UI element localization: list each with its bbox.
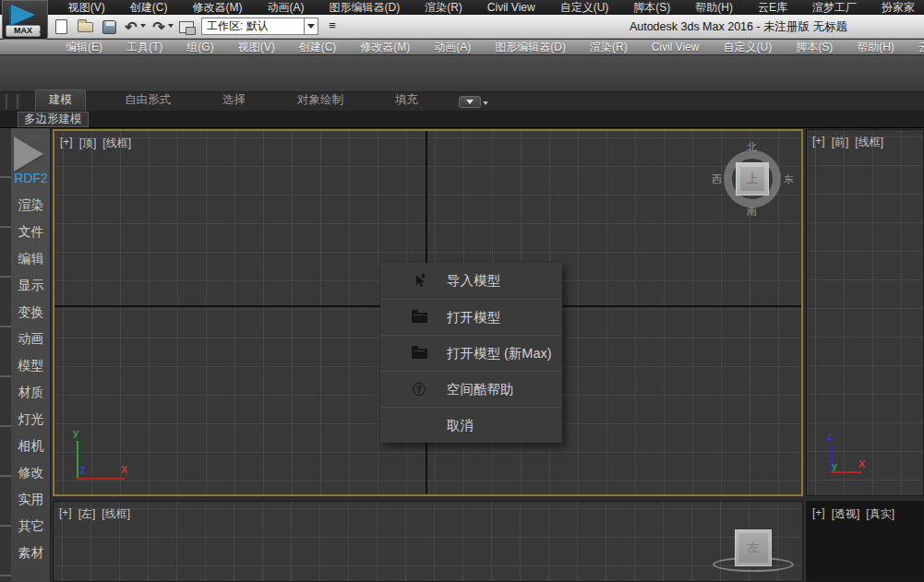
3dsmax-logo-icon (11, 5, 35, 25)
viewcube-face-up[interactable]: 上 (736, 162, 769, 196)
viewport-menu-shading[interactable]: [线框] (855, 135, 883, 150)
ribbon-minimize-caret[interactable] (483, 101, 488, 105)
menu-modifiers[interactable]: 修改器(M) (180, 0, 255, 15)
redo-button[interactable]: ↷ (150, 18, 168, 35)
menu-yun-e-ku[interactable]: 云E库 (745, 0, 799, 15)
panel-polygon-modeling[interactable]: 多边形建模 (18, 112, 89, 127)
menu-group-2[interactable]: 组(G) (174, 40, 225, 55)
sidebar-item-assets[interactable]: 素材 (11, 540, 51, 566)
viewport-persp-label: [+] [透视] [真实] (812, 506, 894, 522)
new-file-button[interactable] (52, 18, 70, 35)
open-file-button[interactable] (76, 18, 94, 35)
viewport-perspective[interactable]: [+] [透视] [真实] (806, 501, 924, 582)
menu-graph-editors-2[interactable]: 图形编辑器(D) (483, 40, 578, 55)
menu-help[interactable]: 帮助(H) (683, 0, 746, 15)
menu-views[interactable]: 视图(V) (55, 0, 117, 15)
workspace-dropdown-chevron[interactable] (305, 18, 318, 35)
menu-graph-editors[interactable]: 图形编辑器(D) (317, 0, 413, 15)
viewport-menu-shading[interactable]: [线框] (102, 506, 130, 522)
viewport-menu-view[interactable]: [左] (78, 506, 96, 522)
menu-tools[interactable]: 工具(T) (114, 40, 174, 55)
application-menu-button[interactable]: MAX (2, 0, 48, 40)
compass-east[interactable]: 东 (784, 172, 794, 186)
viewport-front[interactable]: [+] [前] [线框] z y X (806, 129, 924, 496)
menu-yun-e-ku-2[interactable]: 云E库 (906, 40, 924, 55)
context-item-cancel[interactable]: 取消 (380, 407, 562, 443)
sidebar-item-rdf2[interactable]: RDF2 (11, 165, 51, 192)
project-folder-button[interactable] (177, 18, 196, 35)
workspace-selector[interactable]: 工作区: 默认 (201, 18, 305, 35)
viewport-menu-view[interactable]: [顶] (79, 136, 97, 151)
ribbon-minimize-button[interactable] (459, 96, 481, 108)
new-file-icon (55, 19, 67, 34)
sidebar-item-render[interactable]: 渲染 (11, 192, 51, 219)
menu-rendering-2[interactable]: 渲染(R) (578, 40, 640, 55)
sidebar-item-transform[interactable]: 变换 (11, 299, 51, 326)
menu-edit[interactable]: 编辑(E) (54, 40, 114, 55)
compass-west[interactable]: 西 (712, 172, 722, 186)
viewport-left[interactable]: [+] [左] [线框] 左 (53, 501, 803, 582)
sidebar-item-light[interactable]: 灯光 (11, 406, 51, 433)
redo-dropdown-caret[interactable] (168, 24, 174, 28)
sidebar-item-other[interactable]: 其它 (11, 513, 51, 540)
help-icon: ? (411, 381, 427, 398)
tab-modeling[interactable]: 建模 (35, 89, 86, 111)
tab-object-paint[interactable]: 对象绘制 (284, 90, 356, 111)
menu-create[interactable]: 创建(C) (117, 0, 180, 15)
menu-banjiajia[interactable]: 扮家家 (870, 0, 924, 15)
menu-civil-view[interactable]: Civil View (474, 1, 547, 14)
menu-animation-2[interactable]: 动画(A) (422, 40, 483, 55)
save-file-button[interactable] (100, 18, 118, 35)
menu-civil-view-2[interactable]: Civil View (640, 41, 712, 53)
main-toolbar: ↶ ↷ ≋ 全部 (0, 55, 924, 92)
workspace-menu-button[interactable]: ≡ (325, 19, 340, 34)
tab-selection[interactable]: 选择 (210, 90, 258, 111)
context-item-help[interactable]: ? 空间酷帮助 (380, 371, 562, 407)
ribbon-grip[interactable] (6, 94, 18, 109)
context-item-open-model[interactable]: 打开模型 (380, 299, 562, 335)
sidebar-item-utility[interactable]: 实用 (11, 486, 51, 513)
undo-button[interactable]: ↶ (122, 18, 140, 35)
menu-scripting[interactable]: 脚本(S) (621, 0, 683, 15)
viewport-menu-plus[interactable]: [+] (60, 136, 73, 151)
sidebar-item-animation[interactable]: 动画 (11, 326, 51, 352)
context-item-import-model[interactable]: 导入模型 (380, 263, 562, 299)
quick-access-toolbar: ↶ ↷ 工作区: 默认 ≡ Autodesk 3ds Max 2016 - 未注… (0, 15, 924, 39)
axis-z-label: z (827, 431, 833, 442)
sidebar-item-display[interactable]: 显示 (11, 272, 51, 299)
menu-customize-2[interactable]: 自定义(U) (711, 40, 784, 55)
sidebar-item-model[interactable]: 模型 (11, 352, 51, 379)
menu-rendering[interactable]: 渲染(R) (413, 0, 475, 15)
viewport-menu-plus[interactable]: [+] (59, 506, 72, 522)
ribbon-panel-row: 多边形建模 (0, 111, 924, 128)
viewport-menu-shading[interactable]: [线框] (102, 136, 131, 151)
context-item-label: 打开模型 (447, 309, 500, 327)
sidebar-item-modify[interactable]: 修改 (11, 459, 51, 486)
menu-xuanmeng[interactable]: 渲梦工厂 (800, 0, 870, 15)
menu-animation[interactable]: 动画(A) (255, 0, 317, 15)
menu-help-2[interactable]: 帮助(H) (845, 40, 906, 55)
menu-create-2[interactable]: 创建(C) (287, 40, 349, 55)
viewcube-face-left[interactable]: 左 (735, 529, 772, 566)
open-folder-icon (78, 22, 93, 32)
sidebar-item-material[interactable]: 材质 (11, 379, 51, 406)
sidebar-item-file[interactable]: 文件 (11, 219, 51, 245)
menu-views-2[interactable]: 视图(V) (226, 40, 287, 55)
viewport-menu-view[interactable]: [透视] (832, 506, 860, 522)
viewport-menu-view[interactable]: [前] (832, 135, 849, 150)
sidebar-item-edit[interactable]: 编辑 (11, 245, 51, 272)
tab-populate[interactable]: 填充 (382, 90, 431, 111)
axis-y-label: y (832, 460, 837, 471)
viewport-menu-shading[interactable]: [真实] (866, 506, 894, 522)
context-item-open-model-new-max[interactable]: 打开模型 (新Max) (380, 335, 562, 371)
menu-modifiers-2[interactable]: 修改器(M) (348, 40, 422, 55)
viewport-menu-plus[interactable]: [+] (812, 135, 825, 150)
sidebar-menu: RDF2 渲染 文件 编辑 显示 变换 动画 模型 材质 灯光 相机 修改 实用… (11, 165, 51, 566)
undo-dropdown-caret[interactable] (140, 24, 146, 28)
viewport-menu-plus[interactable]: [+] (812, 506, 825, 522)
tab-freeform[interactable]: 自由形式 (112, 90, 184, 111)
menu-customize[interactable]: 自定义(U) (547, 0, 621, 15)
sidebar-item-camera[interactable]: 相机 (11, 433, 51, 459)
menu-scripting-2[interactable]: 脚本(S) (784, 40, 845, 55)
no-icon (411, 417, 427, 434)
